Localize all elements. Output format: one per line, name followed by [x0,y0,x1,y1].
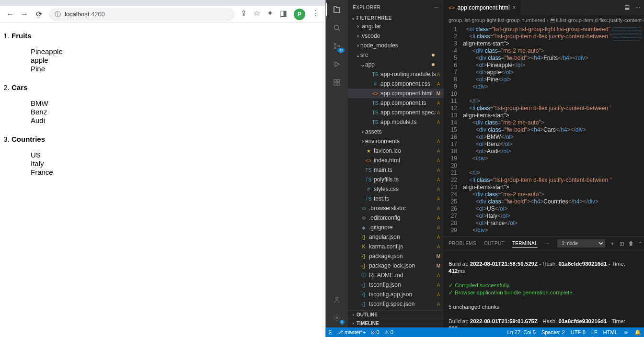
svg-rect-4 [334,79,336,82]
outline-section[interactable]: ›OUTLINE [348,310,444,319]
nav-back-icon[interactable]: ← [6,10,14,19]
file-item[interactable]: {}tsconfig.app.jsonA [348,290,444,299]
file-item[interactable]: {}package.jsonM [348,251,444,261]
svg-rect-6 [334,83,336,85]
git-branch[interactable]: ⎇ master*+ [337,329,366,336]
file-item[interactable]: {}package-lock.jsonM [348,261,444,270]
file-item[interactable]: ⚙.browserslistrcA [348,203,444,213]
file-item[interactable]: ◆.gitignoreA [348,223,444,232]
terminal-body[interactable]: Build at: 2022-08-01T21:58:50.529Z - Has… [444,250,644,327]
chevron-up-icon[interactable]: ⌃ [638,241,642,246]
lang-mode[interactable]: HTML [603,329,618,335]
file-item[interactable]: <>index.htmlA [348,156,444,165]
svg-rect-7 [337,83,340,85]
vscode-window: 32 1 EXPLORER ··· ⌄FILTERTHREE ›.angular… [326,0,644,337]
svg-point-2 [334,47,336,49]
group-item: Pineapple [31,47,323,56]
explorer-icon[interactable] [331,4,343,15]
close-tab-icon[interactable]: × [513,4,516,11]
project-root[interactable]: ⌄FILTERTHREE [348,14,444,22]
file-item[interactable]: {}tsconfig.jsonA [348,280,444,290]
kebab-menu-icon[interactable]: ⋮ [312,9,320,20]
account-icon[interactable] [331,294,343,305]
remote-indicator[interactable]: ⎘ [329,329,332,335]
explorer-sidebar: EXPLORER ··· ⌄FILTERTHREE ›.angular›.vsc… [348,0,444,327]
file-item[interactable]: {}angular.jsonA [348,232,444,242]
file-item[interactable]: {}tsconfig.spec.jsonA [348,299,444,309]
file-item[interactable]: TSapp.component.spec.tsA [348,108,444,117]
url-host: localhost [65,11,89,18]
editor-area: ⬓ ··· <> app.component.html × group.list… [444,0,644,327]
explorer-more-icon[interactable]: ··· [434,5,439,10]
share-icon[interactable]: ⇪ [241,9,247,20]
profile-avatar[interactable]: P [294,9,305,20]
cursor-pos[interactable]: Ln 27, Col 5 [507,329,536,335]
terminal-shell-select[interactable]: 1: node [557,239,605,247]
file-item[interactable]: TStest.tsA [348,194,444,203]
status-errors[interactable]: ⊘ 0 [370,329,379,336]
split-terminal-icon[interactable]: ◫ [620,241,624,246]
group-item: BMW [31,99,323,107]
folder-item[interactable]: ›environmentsA [348,136,444,146]
file-item[interactable]: #app.component.cssA [348,79,444,89]
url-port: :4200 [89,11,105,18]
debug-icon[interactable] [331,58,343,70]
sidepanel-icon[interactable]: ◨ [280,9,287,20]
file-item[interactable]: TSpolyfills.tsA [348,175,444,184]
editor-more-icon[interactable]: ··· [635,4,640,11]
extensions-icon[interactable]: ✦ [267,9,273,20]
folder-item[interactable]: ›.angular [348,22,444,31]
extensions-activity-icon[interactable] [331,77,343,88]
file-item[interactable]: TSapp.module.tsA [348,117,444,127]
tab-label: app.component.html [458,4,510,11]
group-item: Italy [31,159,323,168]
svg-point-1 [334,43,336,45]
feedback-icon[interactable]: ☺ [623,329,629,335]
status-warnings[interactable]: ⚠ 0 [384,329,393,336]
split-editor-icon[interactable]: ⬓ [624,4,630,11]
site-info-icon[interactable]: ⓘ [55,10,61,19]
file-item[interactable]: TSapp-routing.module.tsA [348,69,444,79]
url-bar[interactable]: ⓘ localhost:4200 [49,8,235,21]
svg-point-8 [336,297,338,300]
file-item[interactable]: TSapp.component.tsA [348,98,444,108]
tab-output[interactable]: OUTPUT [484,241,505,246]
folder-item[interactable]: ›node_modules [348,41,444,50]
code-editor[interactable]: 1234567891011121314151617181920212223242… [444,25,644,236]
file-item[interactable]: TSmain.tsA [348,165,444,175]
indent[interactable]: Spaces: 2 [541,329,565,335]
folder-item[interactable]: ›.vscode [348,31,444,41]
file-item[interactable]: Kkarma.conf.jsA [348,242,444,251]
tab-app-component-html[interactable]: <> app.component.html × [444,0,521,15]
bell-icon[interactable]: 🔔 [634,329,641,336]
nav-forward-icon[interactable]: → [20,10,29,19]
reload-icon[interactable]: ⟳ [34,10,43,19]
breadcrumb[interactable]: group.list-group-light.list-group-number… [444,15,644,25]
trash-icon[interactable]: 🗑 [629,241,633,246]
file-item[interactable]: <>app.component.htmlM [348,89,444,98]
eol[interactable]: LF [591,329,598,335]
explorer-header: EXPLORER ··· [348,0,444,14]
tab-more[interactable]: ··· [545,241,550,246]
browser-tabstrip[interactable] [0,0,325,6]
svg-rect-5 [337,79,340,82]
page-content: FruitsPineappleapplePineCarsBMWBenzAudiC… [0,23,325,337]
scm-icon[interactable]: 32 [331,40,343,52]
folder-item[interactable]: ›assets [348,127,444,136]
minimap[interactable]: <ol class="list-group list-group-light l… [610,25,644,121]
tab-problems[interactable]: PROBLEMS [448,241,476,246]
file-item[interactable]: ⚙.editorconfigA [348,213,444,223]
tab-terminal[interactable]: TERMINAL [512,241,538,248]
search-activity-icon[interactable] [331,22,343,34]
file-item[interactable]: ★favicon.icoA [348,146,444,156]
file-item[interactable]: ⓘREADME.mdA [348,270,444,280]
encoding[interactable]: UTF-8 [571,329,586,335]
group-title: Cars [12,83,323,91]
folder-item[interactable]: ⌄src [348,50,444,60]
file-item[interactable]: #styles.cssA [348,184,444,194]
gear-icon[interactable]: 1 [331,312,343,324]
bookmark-icon[interactable]: ☆ [253,9,260,20]
timeline-section[interactable]: ›TIMELINE [348,319,444,327]
new-terminal-icon[interactable]: ＋ [610,240,615,247]
folder-item[interactable]: ⌄app [348,60,444,69]
